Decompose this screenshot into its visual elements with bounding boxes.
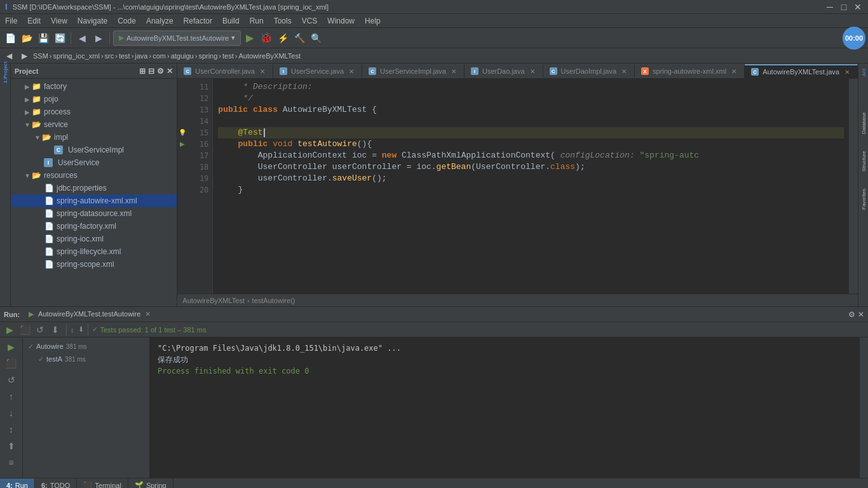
tree-item-spring-factory[interactable]: 📄 spring-factory.xml xyxy=(11,220,177,233)
menu-window[interactable]: Window xyxy=(322,15,360,27)
new-file-button[interactable]: 📄 xyxy=(3,30,18,46)
run-again-button[interactable]: ▶ xyxy=(3,323,17,337)
tab-autowire-test-close[interactable]: ✕ xyxy=(843,68,851,76)
run-filter-button[interactable]: ⬇ xyxy=(48,323,62,337)
tree-item-process[interactable]: ▶ 📁 process xyxy=(11,105,177,118)
run-sort-icon[interactable]: ↕ xyxy=(71,326,74,334)
tree-item-spring-lifecycle[interactable]: 📄 spring-lifecycle.xml xyxy=(11,245,177,258)
right-favorites-icon[interactable]: Favorites xyxy=(858,194,869,205)
run-ctrl-prev[interactable]: ↑ xyxy=(4,390,18,403)
sidebar-project-icon[interactable]: 1:Project xyxy=(0,67,10,78)
breadcrumb-file[interactable]: AutowireByXMLTest xyxy=(238,52,301,60)
menu-run[interactable]: Run xyxy=(245,15,269,27)
tab-userserviceimpl[interactable]: C UserServiceImpl.java ✕ xyxy=(362,64,465,78)
close-button[interactable]: ✕ xyxy=(853,2,863,12)
breadcrumb-java[interactable]: java xyxy=(135,52,147,60)
run-filter2-icon[interactable]: ⬇ xyxy=(78,325,84,334)
btab-terminal[interactable]: ⬛ Terminal xyxy=(77,478,128,489)
open-button[interactable]: 📂 xyxy=(19,30,34,46)
menu-analyze[interactable]: Analyze xyxy=(141,15,179,27)
run-button[interactable]: ▶ xyxy=(242,30,257,46)
run-rerun-button[interactable]: ↺ xyxy=(33,323,47,337)
run-ctrl-rerun[interactable]: ↺ xyxy=(4,373,18,387)
gutter-16[interactable]: ▶ xyxy=(177,139,187,150)
breadcrumb-com[interactable]: com xyxy=(153,52,166,60)
build-button[interactable]: 🔨 xyxy=(292,30,307,46)
save-button[interactable]: 💾 xyxy=(36,30,51,46)
editor-scrollbar[interactable] xyxy=(849,79,858,294)
menu-file[interactable]: File xyxy=(0,15,22,27)
sync-button[interactable]: 🔄 xyxy=(52,30,67,46)
maximize-button[interactable]: □ xyxy=(839,2,849,12)
run-stop-button[interactable]: ⬛ xyxy=(18,323,32,337)
run-config-tab[interactable]: ▶ AutowireByXMLTest.testAutowire ✕ xyxy=(25,309,154,320)
tab-userdao-close[interactable]: ✕ xyxy=(529,67,536,75)
run-ctrl-play[interactable]: ▶ xyxy=(4,340,18,354)
run-config-selector[interactable]: ▶ AutowireByXMLTest.testAutowire ▾ xyxy=(113,30,241,46)
tree-item-userservice[interactable]: I UserService xyxy=(11,156,177,169)
menu-navigate[interactable]: Navigate xyxy=(72,15,112,27)
breadcrumb-ssm[interactable]: SSM xyxy=(33,52,48,60)
tree-item-service[interactable]: ▼ 📂 service xyxy=(11,118,177,131)
run-gutter-16[interactable]: ▶ xyxy=(180,139,185,150)
tree-item-spring-autowire[interactable]: 📄 spring-autowire-xml.xml xyxy=(11,194,177,207)
forward-button[interactable]: ▶ xyxy=(91,30,106,46)
project-collapse-icon[interactable]: ⊟ xyxy=(148,67,154,76)
nav-forward-button[interactable]: ▶ xyxy=(18,50,31,62)
tab-userdao[interactable]: I UserDao.java ✕ xyxy=(465,64,543,78)
breadcrumb-test[interactable]: test xyxy=(119,52,130,60)
menu-refactor[interactable]: Refactor xyxy=(179,15,217,27)
coverage-button[interactable]: ⚡ xyxy=(275,30,290,46)
run-ctrl-sort[interactable]: ↕ xyxy=(4,423,18,437)
menu-help[interactable]: Help xyxy=(360,15,386,27)
tab-usercontroller[interactable]: C UserController.java ✕ xyxy=(177,64,273,78)
tree-item-factory[interactable]: ▶ 📁 factory xyxy=(11,80,177,93)
tree-item-resources[interactable]: ▼ 📂 resources xyxy=(11,169,177,182)
run-ctrl-scroll[interactable]: ≡ xyxy=(4,456,18,470)
test-tree-item-autowire[interactable]: ✓ Autowire 381 ms xyxy=(23,340,149,353)
tab-userservice[interactable]: I UserService.java ✕ xyxy=(273,64,362,78)
tree-item-jdbc-props[interactable]: 📄 jdbc.properties xyxy=(11,182,177,194)
menu-build[interactable]: Build xyxy=(217,15,245,27)
breadcrumb-spring2[interactable]: spring xyxy=(198,52,217,60)
menu-vcs[interactable]: VCS xyxy=(297,15,323,27)
tab-spring-autowire-close[interactable]: ✕ xyxy=(730,67,738,75)
run-ctrl-next[interactable]: ↓ xyxy=(4,406,18,420)
search-button[interactable]: 🔍 xyxy=(308,30,323,46)
debug-button[interactable]: 🐞 xyxy=(259,30,274,46)
tree-item-impl[interactable]: ▼ 📂 impl xyxy=(11,131,177,144)
tree-item-spring-scope[interactable]: 📄 spring-scope.xml xyxy=(11,258,177,271)
minimize-button[interactable]: ─ xyxy=(825,2,835,12)
hint-icon-15[interactable]: 💡 xyxy=(179,127,186,139)
run-settings-icon[interactable]: ⚙ xyxy=(848,310,855,319)
menu-view[interactable]: View xyxy=(46,15,72,27)
breadcrumb-src[interactable]: src xyxy=(105,52,114,60)
right-database-icon[interactable]: Database xyxy=(858,118,869,128)
menu-tools[interactable]: Tools xyxy=(269,15,297,27)
btab-spring[interactable]: 🌱 Spring xyxy=(128,478,173,489)
tree-item-userserviceimpl[interactable]: C UserServiceImpl xyxy=(11,144,177,156)
tab-autowire-test[interactable]: C AutowireByXMLTest.java ✕ xyxy=(745,64,858,78)
project-settings-icon[interactable]: ⚙ xyxy=(157,67,164,76)
project-expand-icon[interactable]: ⊞ xyxy=(139,67,146,76)
breadcrumb-spring[interactable]: spring_ioc_xml xyxy=(53,52,100,60)
project-close-icon[interactable]: ✕ xyxy=(166,67,173,76)
run-config-tab-close[interactable]: ✕ xyxy=(145,310,151,318)
tree-item-pojo[interactable]: ▶ 📁 pojo xyxy=(11,93,177,105)
menu-edit[interactable]: Edit xyxy=(22,15,46,27)
test-tree-item-testa[interactable]: ✓ testA 381 ms xyxy=(23,353,149,365)
menu-code[interactable]: Code xyxy=(112,15,141,27)
tab-usercontroller-close[interactable]: ✕ xyxy=(259,67,266,75)
tab-spring-autowire[interactable]: X spring-autowire-xml.xml ✕ xyxy=(635,64,745,78)
run-close-icon[interactable]: ✕ xyxy=(858,310,864,319)
back-button[interactable]: ◀ xyxy=(74,30,90,46)
tab-userdaoimpl[interactable]: C UserDaoImpl.java ✕ xyxy=(543,64,635,78)
breadcrumb-test2[interactable]: test xyxy=(222,52,234,60)
code-content[interactable]: * Description: */ public class AutowireB… xyxy=(213,79,849,294)
breadcrumb-atguigu[interactable]: atguigu xyxy=(171,52,194,60)
right-ant-icon[interactable]: Ant xyxy=(858,67,869,78)
right-structure-icon[interactable]: Structure xyxy=(858,156,869,166)
run-ctrl-stop[interactable]: ⬛ xyxy=(4,356,18,370)
btab-run[interactable]: 4: Run xyxy=(0,478,35,489)
nav-back-button[interactable]: ◀ xyxy=(3,50,15,62)
